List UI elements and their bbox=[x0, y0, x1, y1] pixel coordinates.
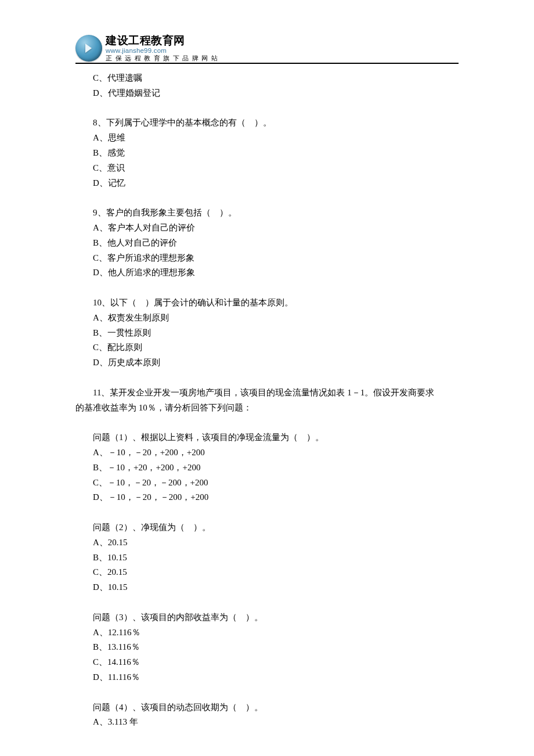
text-line: D、10.15 bbox=[75, 580, 459, 595]
text-line: D、记忆 bbox=[75, 176, 459, 191]
text-line: 9、客户的自我形象主要包括（ ）。 bbox=[75, 206, 459, 221]
text-line: C、意识 bbox=[75, 161, 459, 176]
logo-url: www.jianshe99.com bbox=[106, 47, 221, 55]
text-line: B、13.116％ bbox=[75, 640, 459, 655]
blank-line bbox=[75, 685, 459, 700]
blank-line bbox=[75, 370, 459, 386]
logo-title: 建设工程教育网 bbox=[106, 35, 221, 47]
text-line: D、他人所追求的理想形象 bbox=[75, 265, 459, 280]
document-body: C、代理遗嘱D、代理婚姻登记8、下列属于心理学中的基本概念的有（ ）。A、思维B… bbox=[75, 71, 459, 730]
text-line: 8、下列属于心理学中的基本概念的有（ ）。 bbox=[75, 116, 459, 131]
site-header: 建设工程教育网 www.jianshe99.com 正保远程教育旗下品牌网站 bbox=[75, 35, 459, 62]
text-line: 问题（1）、根据以上资料，该项目的净现金流量为（ ）。 bbox=[75, 430, 459, 445]
text-line: C、20.15 bbox=[75, 565, 459, 580]
text-line: A、客户本人对自己的评价 bbox=[75, 221, 459, 236]
blank-line bbox=[75, 415, 459, 430]
text-line: D、11.116％ bbox=[75, 670, 459, 685]
text-line: B、感觉 bbox=[75, 146, 459, 161]
text-line: D、代理婚姻登记 bbox=[75, 86, 459, 101]
text-line: 问题（4）、该项目的动态回收期为（ ）。 bbox=[75, 700, 459, 715]
text-line: A、－10，－20，+200，+200 bbox=[75, 445, 459, 460]
logo-tagline: 正保远程教育旗下品牌网站 bbox=[106, 55, 221, 62]
text-line: 问题（2）、净现值为（ ）。 bbox=[75, 520, 459, 535]
text-line: B、－10，+20，+200，+200 bbox=[75, 460, 459, 476]
blank-line bbox=[75, 505, 459, 520]
text-line: A、权责发生制原则 bbox=[75, 311, 459, 326]
blank-line bbox=[75, 101, 459, 116]
text-line: D、历史成本原则 bbox=[75, 355, 459, 370]
blank-line bbox=[75, 280, 459, 296]
text-line: C、客户所追求的理想形象 bbox=[75, 251, 459, 266]
text-line: C、14.116％ bbox=[75, 655, 459, 670]
text-line: A、3.113 年 bbox=[75, 715, 459, 730]
text-line: B、10.15 bbox=[75, 550, 459, 566]
text-line: D、－10，－20，－200，+200 bbox=[75, 490, 459, 505]
text-line: A、20.15 bbox=[75, 535, 459, 550]
text-line: 的基准收益率为 10％，请分析回答下列问题： bbox=[75, 401, 459, 416]
text-line: A、12.116％ bbox=[75, 625, 459, 640]
text-line: B、一贯性原则 bbox=[75, 326, 459, 341]
header-divider bbox=[75, 63, 459, 64]
text-line: 问题（3）、该项目的内部收益率为（ ）。 bbox=[75, 610, 459, 625]
document-page: 建设工程教育网 www.jianshe99.com 正保远程教育旗下品牌网站 C… bbox=[0, 0, 534, 756]
text-line: B、他人对自己的评价 bbox=[75, 236, 459, 251]
text-line: C、－10，－20，－200，+200 bbox=[75, 476, 459, 491]
text-line: A、思维 bbox=[75, 131, 459, 146]
text-line: C、代理遗嘱 bbox=[75, 71, 459, 86]
blank-line bbox=[75, 190, 459, 206]
text-line: C、配比原则 bbox=[75, 340, 459, 355]
logo-text-block: 建设工程教育网 www.jianshe99.com 正保远程教育旗下品牌网站 bbox=[106, 35, 221, 62]
blank-line bbox=[75, 595, 459, 610]
text-line: 11、某开发企业开发一项房地产项目，该项目的现金流量情况如表 1－1。假设开发商… bbox=[75, 386, 459, 401]
logo-icon bbox=[75, 35, 102, 62]
text-line: 10、以下（ ）属于会计的确认和计量的基本原则。 bbox=[75, 296, 459, 311]
